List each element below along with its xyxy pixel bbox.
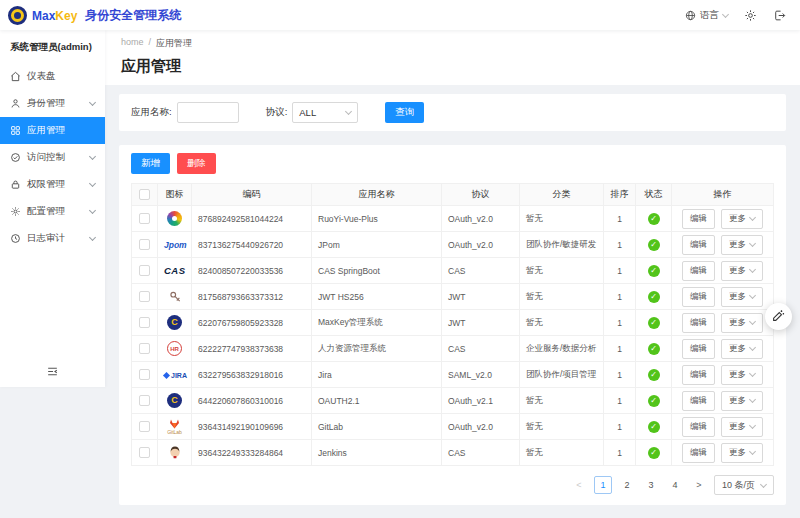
app-name-input[interactable] — [177, 102, 239, 123]
sidebar-item-label: 仪表盘 — [27, 70, 56, 83]
row-checkbox[interactable] — [139, 369, 150, 380]
edit-button[interactable]: 编辑 — [682, 209, 715, 229]
sidebar-item-access[interactable]: 访问控制 — [0, 144, 105, 171]
row-checkbox[interactable] — [139, 239, 150, 250]
cell-name: MaxKey管理系统 — [312, 310, 442, 336]
cell-status: ✓ — [636, 388, 672, 414]
chevron-down-icon — [749, 448, 756, 455]
edit-button[interactable]: 编辑 — [682, 365, 715, 385]
cell-actions: 编辑更多 — [672, 310, 774, 336]
sidebar-item-identity[interactable]: 身份管理 — [0, 90, 105, 117]
sidebar-item-permission[interactable]: 权限管理 — [0, 171, 105, 198]
sidebar-item-config[interactable]: 配置管理 — [0, 198, 105, 225]
more-button[interactable]: 更多 — [721, 339, 763, 359]
more-button[interactable]: 更多 — [721, 287, 763, 307]
cell-protocol: CAS — [442, 440, 520, 466]
cell-select — [132, 206, 158, 232]
app-table: 图标编码应用名称协议分类排序状态操作 876892492581044224Ruo… — [131, 183, 774, 466]
edit-button[interactable]: 编辑 — [682, 417, 715, 437]
more-button[interactable]: 更多 — [721, 417, 763, 437]
sidebar-item-apps[interactable]: 应用管理 — [0, 117, 105, 144]
logout-icon[interactable] — [773, 9, 786, 22]
page-size-select[interactable]: 10 条/页 — [714, 475, 774, 495]
main-content: home / 应用管理 应用管理 应用名称: 协议: ALL 查询 新增 删除 — [105, 30, 800, 518]
edit-button[interactable]: 编辑 — [682, 235, 715, 255]
row-checkbox[interactable] — [139, 343, 150, 354]
page-title: 应用管理 — [121, 57, 784, 76]
row-checkbox[interactable] — [139, 317, 150, 328]
sidebar-item-dashboard[interactable]: 仪表盘 — [0, 63, 105, 90]
cell-select — [132, 258, 158, 284]
hr-app-icon: HR — [167, 341, 182, 356]
edit-button[interactable]: 编辑 — [682, 443, 715, 463]
row-checkbox[interactable] — [139, 395, 150, 406]
table-panel: 新增 删除 图标编码应用名称协议分类排序状态操作 876892492581044… — [119, 145, 786, 505]
edit-button[interactable]: 编辑 — [682, 339, 715, 359]
edit-button[interactable]: 编辑 — [682, 287, 715, 307]
chevron-down-icon — [749, 292, 756, 299]
add-button[interactable]: 新增 — [131, 153, 170, 174]
chevron-down-icon — [722, 10, 729, 17]
table-row: C622076759805923328MaxKey管理系统JWT暂无1✓编辑更多 — [132, 310, 774, 336]
cell-code: 632279563832918016 — [192, 362, 312, 388]
permission-icon — [10, 179, 21, 190]
page-number-1[interactable]: 1 — [594, 476, 612, 494]
next-page-button[interactable]: > — [690, 476, 708, 494]
maxkey-app-icon: C — [167, 315, 182, 330]
cell-status: ✓ — [636, 440, 672, 466]
row-checkbox[interactable] — [139, 265, 150, 276]
page-number-4[interactable]: 4 — [666, 476, 684, 494]
topbar: MaxKey 身份安全管理系统 语言 — [0, 0, 800, 30]
edit-button[interactable]: 编辑 — [682, 261, 715, 281]
more-button[interactable]: 更多 — [721, 209, 763, 229]
more-button[interactable]: 更多 — [721, 443, 763, 463]
more-button[interactable]: 更多 — [721, 261, 763, 281]
status-enabled-icon: ✓ — [648, 239, 660, 251]
column-header: 编码 — [192, 184, 312, 206]
more-button[interactable]: 更多 — [721, 365, 763, 385]
sidebar-item-audit[interactable]: 日志审计 — [0, 225, 105, 252]
table-row: Jpom837136275440926720JPomOAuth_v2.0团队协作… — [132, 232, 774, 258]
cell-select — [132, 414, 158, 440]
page-header: home / 应用管理 应用管理 — [105, 30, 800, 85]
protocol-select[interactable]: ALL — [292, 102, 358, 123]
column-header: 状态 — [636, 184, 672, 206]
chevron-down-icon — [749, 318, 756, 325]
row-checkbox[interactable] — [139, 213, 150, 224]
page-number-3[interactable]: 3 — [642, 476, 660, 494]
cell-sort: 1 — [604, 232, 636, 258]
edit-button[interactable]: 编辑 — [682, 313, 715, 333]
row-checkbox[interactable] — [139, 447, 150, 458]
edit-button[interactable]: 编辑 — [682, 391, 715, 411]
page-number-2[interactable]: 2 — [618, 476, 636, 494]
table-row: 876892492581044224RuoYi-Vue-PlusOAuth_v2… — [132, 206, 774, 232]
more-button[interactable]: 更多 — [721, 313, 763, 333]
theme-setting-button[interactable] — [765, 303, 792, 330]
table-toolbar: 新增 删除 — [131, 153, 774, 174]
setting-icon — [10, 206, 21, 217]
cell-protocol: SAML_v2.0 — [442, 362, 520, 388]
cell-select — [132, 336, 158, 362]
cell-actions: 编辑更多 — [672, 284, 774, 310]
row-checkbox[interactable] — [139, 291, 150, 302]
search-button[interactable]: 查询 — [385, 102, 424, 123]
delete-button[interactable]: 删除 — [177, 153, 216, 174]
cell-category: 暂无 — [520, 258, 604, 284]
row-checkbox[interactable] — [139, 421, 150, 432]
more-button[interactable]: 更多 — [721, 391, 763, 411]
cell-select — [132, 440, 158, 466]
prev-page-button[interactable]: < — [570, 476, 588, 494]
language-label: 语言 — [700, 9, 719, 22]
status-enabled-icon: ✓ — [648, 421, 660, 433]
settings-gear-icon[interactable] — [744, 9, 757, 22]
menu-fold-icon[interactable] — [0, 357, 105, 387]
more-button[interactable]: 更多 — [721, 235, 763, 255]
chevron-down-icon — [89, 153, 96, 160]
cell-actions: 编辑更多 — [672, 440, 774, 466]
cell-icon: CAS — [158, 258, 192, 284]
select-all-checkbox[interactable] — [139, 189, 150, 200]
breadcrumb-home[interactable]: home — [121, 37, 144, 50]
current-user-label: 系统管理员(admin) — [0, 30, 105, 63]
cell-name: JWT HS256 — [312, 284, 442, 310]
language-menu[interactable]: 语言 — [685, 9, 728, 22]
